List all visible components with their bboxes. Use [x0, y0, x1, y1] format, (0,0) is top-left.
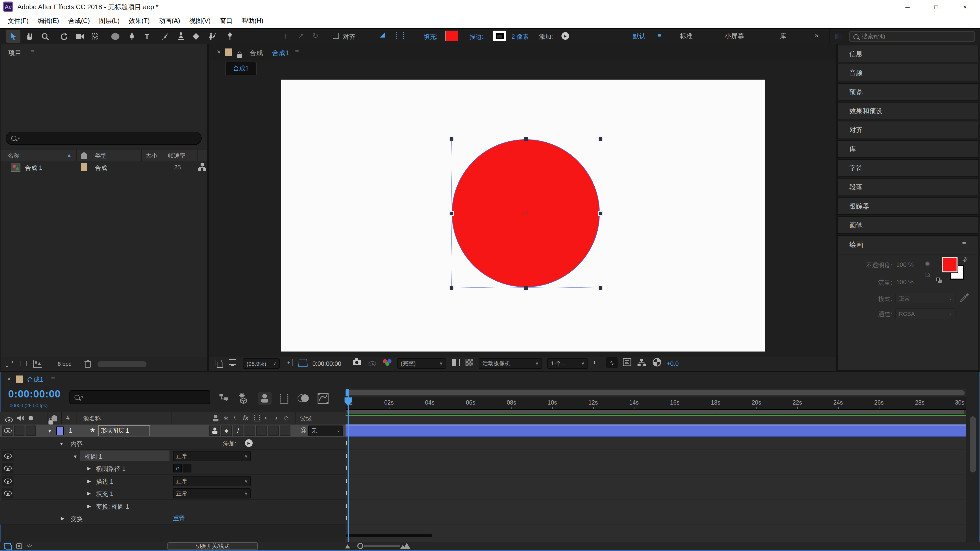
- timeline-tab-color-swatch[interactable]: [16, 375, 23, 383]
- menu-composition[interactable]: 合成(C): [64, 17, 94, 25]
- ellipse-path-label[interactable]: 椭圆路径 1: [96, 465, 126, 473]
- column-framerate[interactable]: 帧速率: [168, 152, 186, 160]
- ellipse-group-label[interactable]: 椭圆 1: [85, 453, 102, 461]
- transform-label[interactable]: 变换: [70, 515, 83, 524]
- panel-effects-presets[interactable]: 效果和预设: [838, 102, 979, 119]
- source-name-column[interactable]: 源名称: [83, 415, 101, 422]
- path-direction-toggle[interactable]: ⇄: [173, 464, 182, 472]
- foreground-color-swatch[interactable]: [942, 257, 958, 272]
- layer-motion-blur-switch[interactable]: [268, 426, 279, 436]
- layer-shy-switch[interactable]: [209, 426, 220, 436]
- panel-paragraph[interactable]: 段落: [838, 178, 979, 195]
- menu-layer[interactable]: 图层(L): [94, 17, 124, 25]
- timeline-panel-menu-icon[interactable]: ≡: [51, 375, 55, 383]
- menu-effect[interactable]: 效果(T): [124, 17, 154, 25]
- switch-shy-icon[interactable]: [212, 414, 220, 422]
- selection-handle[interactable]: [598, 211, 603, 216]
- view-layout-dropdown[interactable]: 1 个...∨: [547, 358, 588, 369]
- layer-expand-arrow[interactable]: ▼: [48, 429, 52, 433]
- layer-audio-toggle[interactable]: [14, 426, 24, 436]
- workspace-small-screen[interactable]: 小屏幕: [725, 32, 744, 41]
- add-shape-button[interactable]: ▶: [562, 32, 569, 40]
- lock-icon[interactable]: [237, 54, 242, 58]
- layer-collapse-switch[interactable]: ∗: [221, 426, 232, 436]
- selection-handle[interactable]: [449, 211, 454, 216]
- toggle-switches-modes-button[interactable]: 切换开关/模式: [167, 542, 258, 550]
- transparency-grid-icon[interactable]: [466, 359, 473, 366]
- stroke-label[interactable]: 描边:: [469, 33, 484, 41]
- draft-3d-icon[interactable]: [238, 392, 249, 404]
- zoom-tool[interactable]: [38, 30, 52, 43]
- eraser-tool[interactable]: [189, 30, 203, 43]
- shape-tool-ellipse[interactable]: [108, 30, 123, 43]
- contents-add-button[interactable]: ▶: [245, 439, 253, 447]
- panel-preview[interactable]: 预览: [838, 83, 979, 100]
- column-size[interactable]: 大小: [145, 152, 157, 160]
- panel-align[interactable]: 对齐: [838, 121, 979, 138]
- ellipse-transform-expand-arrow[interactable]: ▶: [87, 503, 91, 509]
- row-ellipse-path[interactable]: ▶ 椭圆路径 1 ⇄ →: [0, 462, 345, 475]
- fill-row-label[interactable]: 填充 1: [96, 490, 113, 499]
- tab-active-comp[interactable]: 合成1: [272, 48, 289, 58]
- project-search-input[interactable]: ▾: [6, 132, 202, 145]
- zoom-out-icon[interactable]: [345, 545, 350, 548]
- work-area-bar[interactable]: [345, 410, 966, 414]
- hand-tool[interactable]: [22, 30, 37, 43]
- rotate-tool[interactable]: [57, 30, 72, 43]
- panel-libraries[interactable]: 库: [838, 140, 979, 158]
- local-axis-mode-icon[interactable]: ↑: [284, 32, 287, 40]
- composition-panel-menu-icon[interactable]: ≡: [295, 48, 299, 56]
- menu-window[interactable]: 窗口: [215, 17, 237, 25]
- paint-panel-title[interactable]: 绘画: [850, 240, 863, 249]
- row-stroke[interactable]: ▶ 描边 1 正常∨: [0, 475, 345, 487]
- switch-3d-icon[interactable]: ◇: [284, 414, 288, 421]
- row-contents[interactable]: ▼ 内容 添加: ▶: [0, 437, 345, 449]
- flowchart-icon[interactable]: [197, 163, 207, 172]
- path-winding-toggle[interactable]: →: [183, 464, 191, 472]
- always-preview-icon[interactable]: [215, 360, 221, 366]
- panel-tracker[interactable]: 跟踪器: [838, 197, 979, 215]
- fill-expand-arrow[interactable]: ▶: [87, 491, 91, 496]
- type-tool[interactable]: T: [140, 30, 154, 43]
- shy-layers-icon[interactable]: [258, 392, 272, 405]
- pan-behind-tool[interactable]: [88, 30, 102, 43]
- switch-motion-blur-icon[interactable]: ◐: [264, 414, 268, 421]
- roto-brush-tool[interactable]: [205, 30, 220, 43]
- maximize-button[interactable]: □: [922, 0, 950, 14]
- paint-mode-dropdown[interactable]: 正常∨: [895, 293, 956, 304]
- selection-handle[interactable]: [449, 137, 454, 141]
- timeline-tab-label[interactable]: 合成1: [27, 375, 43, 384]
- column-type[interactable]: 类型: [95, 152, 107, 160]
- tab-label-color-swatch[interactable]: [225, 48, 232, 56]
- selection-handle[interactable]: [524, 137, 528, 141]
- contents-expand-arrow[interactable]: ▼: [59, 441, 64, 446]
- pixel-aspect-correction-icon[interactable]: [593, 359, 601, 366]
- track-row[interactable]: I: [345, 462, 966, 475]
- row-layer-transform[interactable]: ▶ 变换 重置: [0, 512, 345, 524]
- timeline-tab-close-icon[interactable]: ×: [7, 375, 11, 383]
- world-axis-mode-icon[interactable]: ↗: [298, 32, 304, 40]
- stroke-blend-mode-dropdown[interactable]: 正常∨: [173, 476, 251, 486]
- clone-stamp-tool[interactable]: [173, 30, 188, 43]
- workspace-default[interactable]: 默认: [633, 32, 646, 41]
- fill-visibility-toggle[interactable]: [2, 488, 13, 499]
- paint-panel-menu-icon[interactable]: ≡: [962, 240, 966, 248]
- path-visibility-toggle[interactable]: [2, 463, 13, 473]
- brush-tool[interactable]: [158, 30, 172, 43]
- panel-brushes[interactable]: 画笔: [838, 216, 979, 233]
- layer-video-toggle[interactable]: [2, 426, 13, 436]
- track-row[interactable]: I: [345, 500, 966, 512]
- stroke-visibility-toggle[interactable]: [2, 476, 13, 486]
- row-fill[interactable]: ▶ 填充 1 正常∨: [0, 487, 345, 499]
- mask-toggle-icon[interactable]: [452, 359, 460, 366]
- parent-dropdown[interactable]: 无∨: [308, 426, 343, 436]
- selection-handle[interactable]: [598, 137, 603, 141]
- contents-label[interactable]: 内容: [70, 440, 83, 448]
- path-expand-arrow[interactable]: ▶: [87, 466, 91, 471]
- panel-info[interactable]: 信息: [838, 45, 979, 62]
- stroke-expand-arrow[interactable]: ▶: [87, 478, 91, 484]
- selection-handle[interactable]: [524, 286, 528, 290]
- layer-fx-switch[interactable]: [245, 426, 255, 436]
- mask-feather-icon[interactable]: ◢: [380, 30, 385, 38]
- audio-column-icon[interactable]: [17, 415, 24, 421]
